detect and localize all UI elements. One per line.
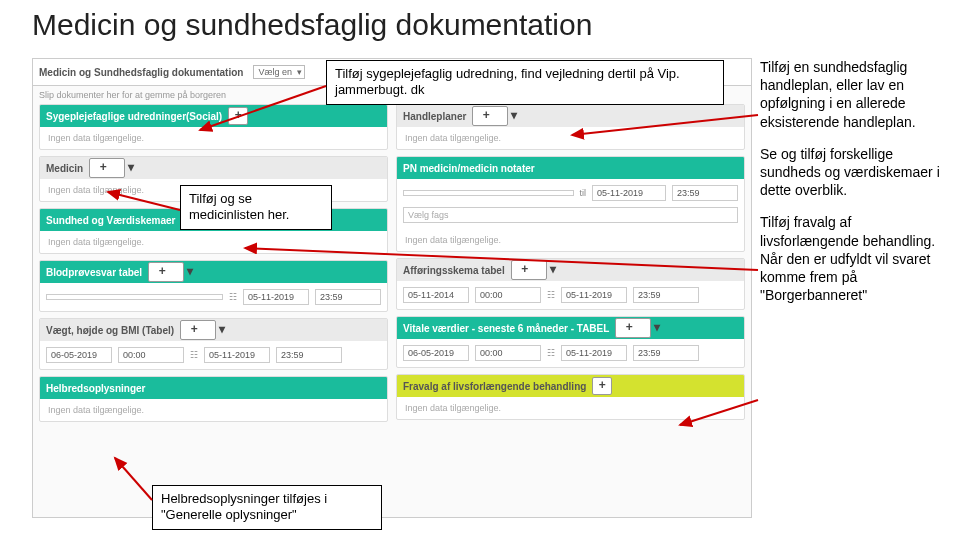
add-dropdown-button[interactable]: + [472,106,508,126]
date-to-field[interactable]: 05-11-2019 [204,347,270,363]
sec-pn-medicin-notater: PN medicin/medicin notater til 05-11-201… [396,156,745,252]
section-title: PN medicin/medicin notater [403,163,535,174]
vaelg-fags-field[interactable]: Vælg fags [403,207,738,223]
date-field[interactable]: 05-11-2019 [592,185,666,201]
date-from-field[interactable]: 06-05-2019 [46,347,112,363]
sec-helbredsoplysninger: Helbredsoplysninger Ingen data tilgængel… [39,376,388,422]
section-title: Medicin [46,163,83,174]
calendar-icon: ☷ [547,348,555,358]
section-title: Blodprøvesvar tabel [46,267,142,278]
sec-vitale-vaerdier: Vitale værdier - seneste 6 måneder - TAB… [396,316,745,368]
date-field[interactable]: 05-11-2019 [243,289,309,305]
sec-blodproevesvar: Blodprøvesvar tabel + ☷ 05-11-2019 23:59 [39,260,388,312]
time-field[interactable]: 23:59 [315,289,381,305]
time-to-field[interactable]: 23:59 [633,345,699,361]
time-to-field[interactable]: 23:59 [276,347,342,363]
add-dropdown-button[interactable]: + [148,262,184,282]
no-data-text: Ingen data tilgængelige. [40,399,387,421]
sec-vaegt-hojde-bmi: Vægt, højde og BMI (Tabel) + 06-05-2019 … [39,318,388,370]
time-from-field[interactable]: 00:00 [475,345,541,361]
sec-fravalg-livsforlaengende: Fravalg af livsforlængende behandling + … [396,374,745,420]
sidebar-notes: Tilføj en sundhedsfaglig handleplan, ell… [760,58,948,318]
app-title: Medicin og Sundhedsfaglig dokumentation [39,67,243,78]
section-title: Handleplaner [403,111,466,122]
no-data-text: Ingen data tilgængelige. [397,397,744,419]
add-dropdown-button[interactable]: + [511,260,547,280]
time-field[interactable]: 23:59 [672,185,738,201]
add-button[interactable]: + [228,107,248,125]
sec-sygepleje-udredninger: Sygeplejefaglige udredninger(Social) + I… [39,104,388,150]
section-title: Sundhed og Værdiskemaer [46,215,175,226]
section-title: Sygeplejefaglige udredninger(Social) [46,111,222,122]
calendar-icon: ☷ [190,350,198,360]
section-title: Helbredsoplysninger [46,383,145,394]
side-note-vaerdiskemaer: Se og tilføj forskellige sundheds og vær… [760,145,948,200]
header-dropdown[interactable]: Vælg en [253,65,305,79]
sec-handleplaner: Handleplaner + Ingen data tilgængelige. [396,104,745,150]
add-button[interactable]: + [592,377,612,395]
pn-from-field[interactable] [403,190,574,196]
right-column: Handleplaner + Ingen data tilgængelige. … [396,104,745,422]
no-data-text: Ingen data tilgængelige. [397,229,744,251]
callout-helbred: Helbredsoplysninger tilføjes i "Generell… [152,485,382,530]
date-to-field[interactable]: 05-11-2019 [561,287,627,303]
add-dropdown-button[interactable]: + [180,320,216,340]
no-data-text: Ingen data tilgængelige. [397,127,744,149]
side-note-fravalg: Tilføj fravalg af livsforlængende behand… [760,213,948,304]
add-dropdown-button[interactable]: + [89,158,125,178]
no-data-text: Ingen data tilgængelige. [40,231,387,253]
date-to-field[interactable]: 05-11-2019 [561,345,627,361]
til-label: til [580,188,587,198]
search-field[interactable] [46,294,223,300]
sec-affoeringsskema: Afføringsskema tabel + 05-11-2014 00:00 … [396,258,745,310]
time-from-field[interactable]: 00:00 [475,287,541,303]
callout-medicin: Tilføj og se medicinlisten her. [180,185,332,230]
time-to-field[interactable]: 23:59 [633,287,699,303]
section-title: Fravalg af livsforlængende behandling [403,381,586,392]
slide-title: Medicin og sundhedsfaglig dokumentation [32,8,592,42]
section-title: Vitale værdier - seneste 6 måneder - TAB… [403,323,609,334]
add-dropdown-button[interactable]: + [615,318,651,338]
section-title: Vægt, højde og BMI (Tabel) [46,325,174,336]
date-from-field[interactable]: 06-05-2019 [403,345,469,361]
callout-top: Tilføj sygeplejefaglig udredning, find v… [326,60,724,105]
time-from-field[interactable]: 00:00 [118,347,184,363]
section-title: Afføringsskema tabel [403,265,505,276]
calendar-icon: ☷ [547,290,555,300]
no-data-text: Ingen data tilgængelige. [40,127,387,149]
date-from-field[interactable]: 05-11-2014 [403,287,469,303]
calendar-icon: ☷ [229,292,237,302]
left-column: Sygeplejefaglige udredninger(Social) + I… [39,104,388,422]
app-window: Medicin og Sundhedsfaglig dokumentation … [32,58,752,518]
side-note-handleplan: Tilføj en sundhedsfaglig handleplan, ell… [760,58,948,131]
